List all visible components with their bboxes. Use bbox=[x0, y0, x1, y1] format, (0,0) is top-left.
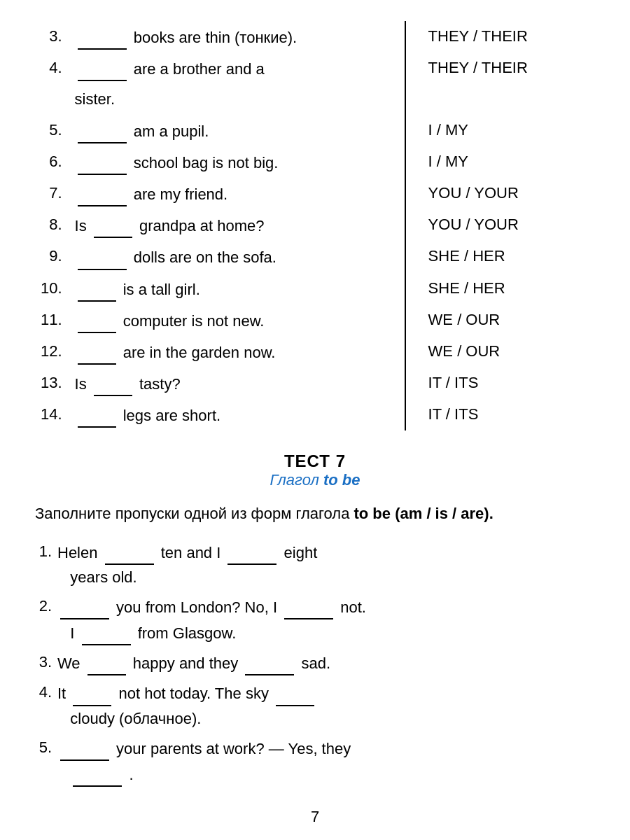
row-options: THEY / THEIR bbox=[417, 52, 595, 84]
row-num: 5. bbox=[35, 115, 69, 146]
blank bbox=[73, 680, 111, 706]
row-options: WE / OUR bbox=[417, 304, 595, 336]
divider bbox=[405, 52, 417, 84]
row-sentence: are a brother and a bbox=[69, 52, 405, 84]
row-num: 10. bbox=[35, 273, 69, 304]
table-row: 4. are a brother and a THEY / THEIR bbox=[35, 52, 595, 84]
list-item: 5. your parents at work? — Yes, they . bbox=[35, 735, 595, 787]
blank bbox=[78, 118, 127, 144]
table-row: 8. Is grandpa at home? YOU / YOUR bbox=[35, 209, 595, 241]
row-options: I / MY bbox=[417, 146, 595, 178]
item-num: 1. bbox=[35, 539, 57, 564]
blank bbox=[78, 402, 116, 428]
row-options bbox=[417, 84, 595, 114]
row-sentence: Is grandpa at home? bbox=[69, 209, 405, 241]
row-options: SHE / HER bbox=[417, 241, 595, 272]
row-num: 4. bbox=[35, 52, 69, 84]
table-row: 14. legs are short. IT / ITS bbox=[35, 399, 595, 430]
list-item: 2. you from London? No, I not. I from Gl… bbox=[35, 594, 595, 645]
row-options: IT / ITS bbox=[417, 368, 595, 399]
row-options: SHE / HER bbox=[417, 273, 595, 304]
instructions-bold: to be (am / is / are). bbox=[354, 505, 493, 522]
blank bbox=[78, 339, 116, 365]
item-text: Helen ten and I eight years old. bbox=[57, 539, 595, 589]
blank bbox=[82, 620, 131, 645]
divider bbox=[405, 241, 417, 272]
row-num: 8. bbox=[35, 209, 69, 241]
blank bbox=[105, 539, 154, 565]
exercise-table-top: 3. books are thin (тонкие). THEY / THEIR… bbox=[35, 21, 595, 430]
table-row: 11. computer is not new. WE / OUR bbox=[35, 304, 595, 336]
table-row: 7. are my friend. YOU / YOUR bbox=[35, 178, 595, 209]
blank bbox=[73, 761, 122, 787]
blank bbox=[60, 735, 109, 761]
row-num: 6. bbox=[35, 146, 69, 178]
row-sentence: am a pupil. bbox=[69, 115, 405, 146]
blank bbox=[284, 594, 333, 620]
item-num: 5. bbox=[35, 735, 57, 760]
row-options: THEY / THEIR bbox=[417, 21, 595, 52]
test-items-list: 1. Helen ten and I eight years old. 2. y… bbox=[35, 539, 595, 788]
row-num: 11. bbox=[35, 304, 69, 336]
exercises-section: 3. books are thin (тонкие). THEY / THEIR… bbox=[35, 21, 595, 826]
divider bbox=[405, 399, 417, 430]
divider bbox=[405, 115, 417, 146]
list-item: 4. It not hot today. The sky cloudy (обл… bbox=[35, 680, 595, 730]
table-row: 5. am a pupil. I / MY bbox=[35, 115, 595, 146]
row-sentence: sister. bbox=[69, 84, 405, 114]
row-sentence: books are thin (тонкие). bbox=[69, 21, 405, 52]
divider bbox=[405, 368, 417, 399]
divider bbox=[405, 146, 417, 178]
table-row: 10. is a tall girl. SHE / HER bbox=[35, 273, 595, 304]
row-num: 3. bbox=[35, 21, 69, 52]
row-sentence: computer is not new. bbox=[69, 304, 405, 336]
blank bbox=[78, 181, 127, 206]
divider bbox=[405, 336, 417, 368]
divider bbox=[405, 273, 417, 304]
subtitle-italic-bold: to be bbox=[323, 471, 360, 489]
divider bbox=[405, 21, 417, 52]
blank bbox=[78, 244, 127, 270]
row-sentence: school bag is not big. bbox=[69, 146, 405, 178]
blank bbox=[78, 24, 127, 50]
divider bbox=[405, 84, 417, 114]
blank bbox=[94, 212, 132, 238]
subtitle-plain: Глагол bbox=[270, 471, 323, 489]
row-sentence: are in the garden now. bbox=[69, 336, 405, 368]
row-num: 12. bbox=[35, 336, 69, 368]
row-sentence: dolls are on the sofa. bbox=[69, 241, 405, 272]
item-text: your parents at work? — Yes, they . bbox=[57, 735, 595, 787]
row-sentence: Is tasty? bbox=[69, 368, 405, 399]
blank bbox=[227, 539, 276, 565]
blank bbox=[78, 55, 127, 81]
item-num: 2. bbox=[35, 594, 57, 618]
item-text: It not hot today. The sky cloudy (облачн… bbox=[57, 680, 595, 730]
blank bbox=[78, 307, 116, 333]
list-item: 1. Helen ten and I eight years old. bbox=[35, 539, 595, 589]
blank bbox=[94, 370, 132, 396]
table-row: 9. dolls are on the sofa. SHE / HER bbox=[35, 241, 595, 272]
blank bbox=[276, 680, 314, 706]
row-num: 14. bbox=[35, 399, 69, 430]
test-header: ТЕСТ 7 Глагол to be bbox=[35, 451, 595, 489]
divider bbox=[405, 304, 417, 336]
row-options: IT / ITS bbox=[417, 399, 595, 430]
table-row: 13. Is tasty? IT / ITS bbox=[35, 368, 595, 399]
blank bbox=[88, 650, 126, 676]
blank bbox=[78, 149, 127, 175]
item-text: We happy and they sad. bbox=[57, 650, 595, 676]
row-sentence: is a tall girl. bbox=[69, 273, 405, 304]
list-item: 3. We happy and they sad. bbox=[35, 650, 595, 676]
row-num bbox=[35, 84, 69, 114]
test-subtitle: Глагол to be bbox=[35, 471, 595, 489]
blank bbox=[78, 276, 116, 302]
page-number: 7 bbox=[35, 808, 595, 826]
row-num: 7. bbox=[35, 178, 69, 209]
table-row: 3. books are thin (тонкие). THEY / THEIR bbox=[35, 21, 595, 52]
test-instructions: Заполните пропуски одной из форм глагола… bbox=[35, 502, 595, 526]
test-title: ТЕСТ 7 bbox=[35, 451, 595, 471]
row-options: I / MY bbox=[417, 115, 595, 146]
table-row: 6. school bag is not big. I / MY bbox=[35, 146, 595, 178]
row-options: YOU / YOUR bbox=[417, 209, 595, 241]
row-num: 9. bbox=[35, 241, 69, 272]
